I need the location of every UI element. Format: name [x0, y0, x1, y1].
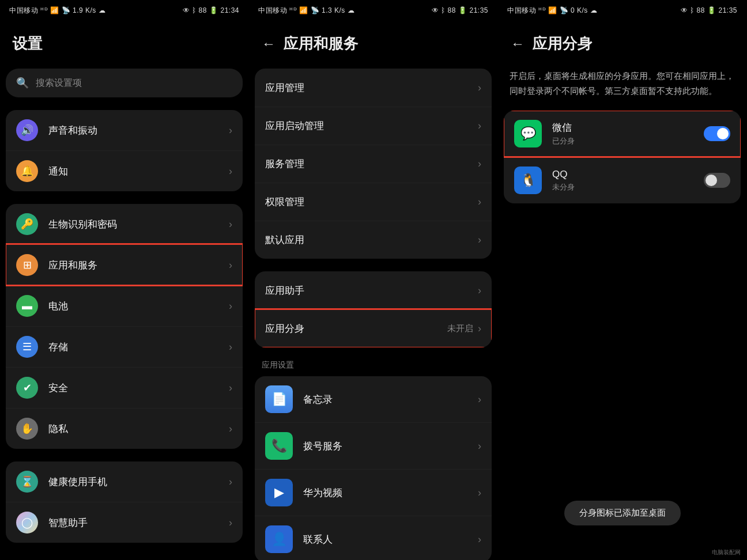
page-header: ← 应用和服务 [249, 21, 497, 69]
watermark: 电脑装配网 [712, 549, 741, 555]
row-app-video[interactable]: ▶ 华为视频 › [255, 469, 492, 516]
settings-group: 🔑 生物识别和密码 › ⊞ 应用和服务 › ▬ 电池 › ☰ 存储 › ✔ 安全… [6, 204, 243, 449]
row-assistant[interactable]: ◯ 智慧助手 › [6, 502, 243, 543]
feature-description: 开启后，桌面将生成相应的分身应用。您可在相同应用上，同时登录两个不同帐号。第三方… [498, 69, 746, 111]
settings-group: 🔊 声音和振动 › 🔔 通知 › [6, 110, 243, 191]
row-battery[interactable]: ▬ 电池 › [6, 285, 243, 326]
page-header: ← 应用分身 [498, 21, 746, 69]
row-label: 安全 [48, 381, 229, 395]
status-bar: 中国移动 ᴴᴰ 📶 📡 1.3 K/s ☁ 👁 ᛒ 88 🔋 21:35 [249, 0, 497, 21]
row-app-assistant[interactable]: 应用助手 › [255, 271, 492, 309]
bluetooth-icon: ᛒ [192, 6, 197, 14]
shield-icon: ✔ [16, 377, 38, 399]
row-digital-balance[interactable]: ⌛ 健康使用手机 › [6, 461, 243, 502]
row-twin-wechat[interactable]: 💬 微信 已分身 [504, 111, 741, 157]
signal-icon: 📶 [548, 6, 557, 14]
row-privacy[interactable]: ✋ 隐私 › [6, 408, 243, 449]
row-app-launch[interactable]: 应用启动管理 › [255, 107, 492, 145]
chevron-right-icon: › [478, 120, 481, 132]
row-label: 应用启动管理 [265, 119, 478, 133]
assistant-icon: ◯ [16, 512, 38, 533]
chevron-right-icon: › [229, 382, 232, 394]
chevron-right-icon: › [478, 440, 481, 452]
row-label: 应用助手 [265, 284, 478, 297]
bluetooth-icon: ᛒ [441, 6, 446, 14]
row-app-contacts[interactable]: 👤 联系人 › [255, 516, 492, 560]
section-header: 应用设置 [249, 360, 497, 376]
row-app-twin[interactable]: 应用分身 未开启 › [255, 309, 492, 347]
row-label: 智慧助手 [48, 516, 229, 529]
carrier-label: 中国移动 [9, 6, 38, 16]
bell-icon: 🔔 [16, 160, 38, 182]
row-value: 未开启 [447, 323, 473, 334]
row-notifications[interactable]: 🔔 通知 › [6, 150, 243, 191]
row-subtitle: 已分身 [552, 136, 704, 146]
signal-icon: 📶 [50, 6, 59, 14]
page-title: 应用和服务 [284, 33, 359, 54]
wifi-icon: 📡 [311, 6, 320, 14]
chevron-right-icon: › [478, 393, 481, 406]
clock: 21:34 [220, 6, 239, 14]
battery-icon: 🔋 [707, 6, 716, 14]
chevron-right-icon: › [478, 158, 481, 170]
row-twin-qq[interactable]: 🐧 QQ 未分身 [504, 157, 741, 203]
row-label: 应用和服务 [48, 259, 229, 272]
row-label: 存储 [48, 340, 229, 354]
key-icon: 🔑 [16, 213, 38, 235]
chevron-right-icon: › [478, 533, 481, 546]
status-bar: 中国移动 ᴴᴰ 📶 📡 0 K/s ☁ 👁 ᛒ 88 🔋 21:35 [498, 0, 746, 21]
toggle-qq[interactable] [704, 173, 730, 188]
status-bar: 中国移动 ᴴᴰ 📶 📡 1.9 K/s ☁ 👁 ᛒ 88 🔋 21:34 [0, 0, 248, 21]
chevron-right-icon: › [478, 323, 481, 335]
page-title: 设置 [0, 21, 248, 69]
carrier-label: 中国移动 [507, 6, 536, 16]
row-label: 默认应用 [265, 233, 478, 247]
screenshot-settings: 中国移动 ᴴᴰ 📶 📡 1.9 K/s ☁ 👁 ᛒ 88 🔋 21:34 设置 … [0, 0, 249, 560]
video-icon: ▶ [265, 479, 293, 506]
row-sound[interactable]: 🔊 声音和振动 › [6, 110, 243, 150]
row-app-notes[interactable]: 📄 备忘录 › [255, 376, 492, 422]
row-permissions[interactable]: 权限管理 › [255, 183, 492, 221]
battery-icon: 🔋 [458, 6, 467, 14]
hd-icon: ᴴᴰ [538, 6, 546, 14]
eye-icon: 👁 [432, 6, 439, 14]
row-security[interactable]: ✔ 安全 › [6, 367, 243, 408]
search-icon: 🔍 [16, 77, 29, 89]
row-app-management[interactable]: 应用管理 › [255, 69, 492, 107]
row-label: 应用分身 [265, 322, 447, 335]
carrier-label: 中国移动 [258, 6, 287, 16]
chevron-right-icon: › [229, 341, 232, 353]
net-speed: 1.9 K/s [73, 6, 96, 14]
chevron-right-icon: › [478, 196, 481, 208]
back-button[interactable]: ← [511, 36, 525, 52]
battery-icon: ▬ [16, 295, 38, 317]
phone-icon: 📞 [265, 432, 293, 460]
settings-group: ⌛ 健康使用手机 › ◯ 智慧助手 › [6, 461, 243, 543]
apps-icon: ⊞ [16, 254, 38, 276]
row-apps-services[interactable]: ⊞ 应用和服务 › [6, 244, 243, 285]
chevron-right-icon: › [478, 487, 481, 499]
bluetooth-icon: ᛒ [690, 6, 695, 14]
eye-icon: 👁 [681, 6, 688, 14]
row-service-management[interactable]: 服务管理 › [255, 145, 492, 183]
screenshot-apps-services: 中国移动 ᴴᴰ 📶 📡 1.3 K/s ☁ 👁 ᛒ 88 🔋 21:35 ← 应… [249, 0, 498, 560]
chevron-right-icon: › [229, 124, 232, 137]
toast-message: 分身图标已添加至桌面 [564, 501, 681, 525]
battery-icon: 🔋 [209, 6, 218, 14]
row-app-dialer[interactable]: 📞 拨号服务 › [255, 422, 492, 469]
back-button[interactable]: ← [262, 36, 276, 52]
row-storage[interactable]: ☰ 存储 › [6, 326, 243, 367]
row-label: 权限管理 [265, 195, 478, 209]
wifi-icon: 📡 [560, 6, 569, 14]
chevron-right-icon: › [478, 82, 481, 94]
chevron-right-icon: › [229, 165, 232, 177]
row-biometrics[interactable]: 🔑 生物识别和密码 › [6, 204, 243, 244]
chevron-right-icon: › [229, 517, 232, 529]
toggle-wechat[interactable] [704, 126, 730, 141]
row-default-apps[interactable]: 默认应用 › [255, 221, 492, 259]
search-input[interactable]: 🔍 搜索设置项 [6, 69, 243, 97]
battery-level: 88 [697, 6, 705, 14]
search-placeholder: 搜索设置项 [36, 77, 82, 89]
chevron-right-icon: › [229, 476, 232, 488]
chevron-right-icon: › [478, 234, 481, 246]
